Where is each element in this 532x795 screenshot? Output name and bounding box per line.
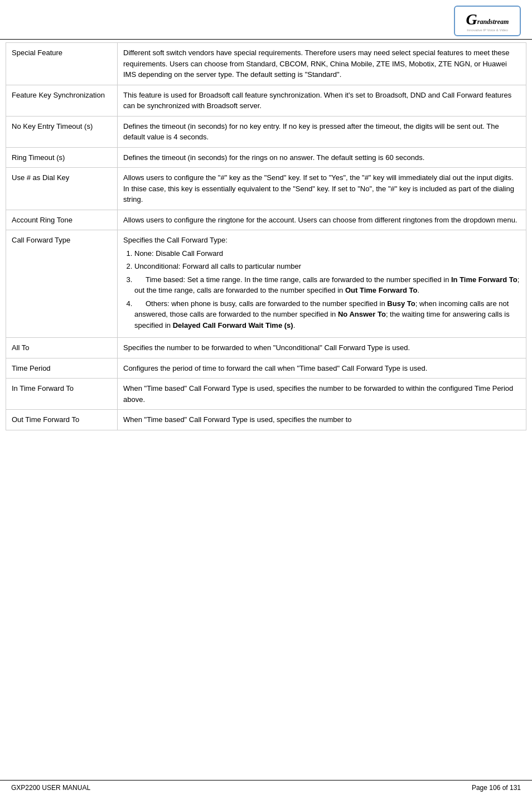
call-forward-list: None: Disable Call Forward Unconditional…	[134, 248, 520, 331]
table-row: Feature Key Synchronization This feature…	[6, 85, 526, 116]
list-item: Unconditional: Forward all calls to part…	[134, 261, 520, 272]
table-row: Out Time Forward To When "Time based" Ca…	[6, 410, 526, 430]
list-item: Time based: Set a time range. In the tim…	[134, 274, 520, 296]
term-cell: Use # as Dial Key	[6, 168, 118, 210]
call-forward-intro: Specifies the Call Forward Type:	[123, 236, 228, 244]
in-time-forward-bold: In Time Forward To	[451, 275, 518, 284]
term-cell: No Key Entry Timeout (s)	[6, 116, 118, 147]
definition-cell: This feature is used for Broadsoft call …	[118, 85, 526, 116]
table-row: Ring Timeout (s) Defines the timeout (in…	[6, 147, 526, 168]
table-row: Use # as Dial Key Allows users to config…	[6, 168, 526, 210]
logo-box: G randstream Innovative IP Voice & Video	[454, 6, 521, 36]
list-item: Others: when phone is busy, calls are fo…	[134, 298, 520, 331]
definition-cell: Defines the timeout (in seconds) for no …	[118, 116, 526, 147]
term-cell: Account Ring Tone	[6, 210, 118, 230]
logo-area: G randstream Innovative IP Voice & Video	[454, 6, 521, 36]
definition-cell: Allows users to configure the "#" key as…	[118, 168, 526, 210]
page-info: Page 106 of 131	[472, 784, 521, 792]
table-row: All To Specifies the number to be forwar…	[6, 338, 526, 358]
page-wrapper: G randstream Innovative IP Voice & Video…	[0, 0, 532, 795]
definition-cell: When "Time based" Call Forward Type is u…	[118, 379, 526, 410]
logo-tagline: Innovative IP Voice & Video	[467, 28, 508, 32]
definition-cell: Defines the timeout (in seconds) for the…	[118, 147, 526, 168]
definition-cell: Configures the period of time to forward…	[118, 358, 526, 379]
term-cell: All To	[6, 338, 118, 358]
out-time-forward-bold: Out Time Forward To	[345, 286, 418, 294]
delayed-call-bold: Delayed Call Forward Wait Time (s)	[173, 321, 293, 329]
term-cell: Ring Timeout (s)	[6, 147, 118, 168]
list-item: None: Disable Call Forward	[134, 248, 520, 259]
page-footer: GXP2200 USER MANUAL Page 106 of 131	[0, 780, 532, 795]
main-table: Special Feature Different soft switch ve…	[6, 42, 526, 430]
list-item-text: Unconditional: Forward all calls to part…	[134, 262, 301, 270]
table-row: Account Ring Tone Allows users to config…	[6, 210, 526, 230]
list-item-text: Time based: Set a time range. In the tim…	[134, 275, 519, 295]
logo-g-letter: G	[466, 11, 477, 28]
term-cell: Out Time Forward To	[6, 410, 118, 430]
list-item-text: None: Disable Call Forward	[134, 249, 223, 258]
table-row: In Time Forward To When "Time based" Cal…	[6, 379, 526, 410]
list-item-text: Others: when phone is busy, calls are fo…	[134, 299, 510, 329]
term-cell: Time Period	[6, 358, 118, 379]
term-cell: Special Feature	[6, 43, 118, 85]
definition-cell: Different soft switch vendors have speci…	[118, 43, 526, 85]
main-content: Special Feature Different soft switch ve…	[0, 40, 532, 780]
definition-cell: Specifies the number to be forwarded to …	[118, 338, 526, 358]
no-answer-to-bold: No Answer To	[338, 310, 386, 318]
table-row: Call Forward Type Specifies the Call For…	[6, 230, 526, 338]
busy-to-bold: Busy To	[387, 299, 415, 308]
term-cell: Feature Key Synchronization	[6, 85, 118, 116]
manual-title: GXP2200 USER MANUAL	[11, 784, 90, 792]
table-row: Special Feature Different soft switch ve…	[6, 43, 526, 85]
definition-cell: Allows users to configure the ringtone f…	[118, 210, 526, 230]
page-header: G randstream Innovative IP Voice & Video	[0, 0, 532, 40]
term-cell: Call Forward Type	[6, 230, 118, 338]
table-row: No Key Entry Timeout (s) Defines the tim…	[6, 116, 526, 147]
definition-cell: When "Time based" Call Forward Type is u…	[118, 410, 526, 430]
term-cell: In Time Forward To	[6, 379, 118, 410]
table-row: Time Period Configures the period of tim…	[6, 358, 526, 379]
logo-name: randstream	[477, 18, 509, 26]
call-forward-definition-cell: Specifies the Call Forward Type: None: D…	[118, 230, 526, 338]
